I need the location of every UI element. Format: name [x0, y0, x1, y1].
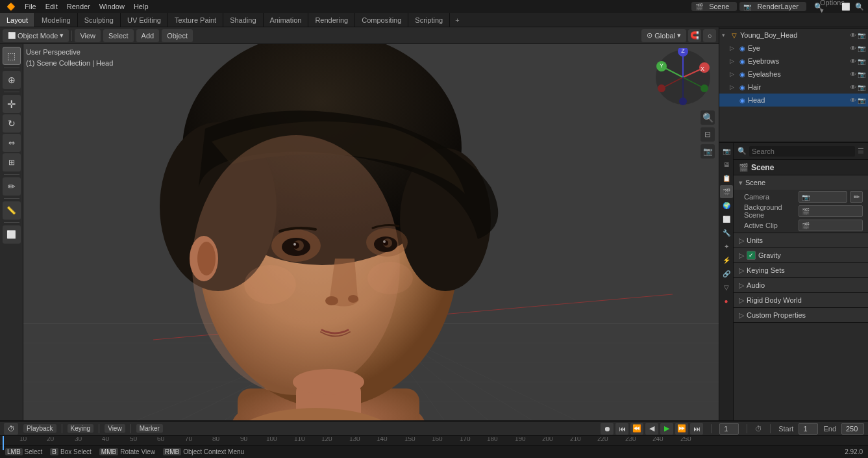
blender-logo[interactable]: 🔶 [3, 1, 19, 12]
prop-tab-object[interactable]: ⬜ [720, 212, 733, 225]
tab-texture-paint[interactable]: Texture Paint [168, 13, 223, 27]
prop-tab-particles[interactable]: ✦ [720, 240, 733, 253]
next-keyframe-btn[interactable]: ⏩ [675, 423, 688, 435]
tab-rendering[interactable]: Rendering [308, 13, 355, 27]
add-workspace-btn[interactable]: + [450, 13, 464, 27]
prop-tab-material[interactable]: ● [720, 294, 733, 307]
play-reverse-btn[interactable]: ◀ [645, 423, 658, 435]
outliner-item-young-boy-head[interactable]: ▾ ▽ Young_Boy_Head 👁 📷 [719, 29, 868, 42]
timeline-marker-menu[interactable]: Marker [136, 424, 163, 433]
zoom-in-btn[interactable]: 🔍 [701, 110, 715, 125]
outliner-scroll[interactable]: ▾ ▽ Young_Boy_Head 👁 📷 ▷ ◉ Eye 👁 📷 [719, 29, 868, 107]
eye-vis-icon[interactable]: 👁 [850, 45, 856, 52]
select-menu[interactable]: Select [103, 29, 134, 42]
tool-rotate[interactable]: ↻ [3, 114, 21, 133]
jump-to-end-btn[interactable]: ⏭ [690, 423, 703, 435]
prop-tab-data[interactable]: ▽ [720, 281, 733, 294]
outliner-item-eyelashes[interactable]: ▷ ◉ Eyelashes 👁 📷 [719, 68, 868, 81]
lash-render-icon[interactable]: 📷 [858, 71, 865, 78]
tool-measure[interactable]: 📏 [3, 201, 21, 220]
object-mode-dropdown[interactable]: ⬜ Object Mode ▾ [3, 29, 69, 42]
prop-tab-render[interactable]: 📷 [720, 144, 733, 157]
visibility-icon[interactable]: 👁 [850, 32, 856, 39]
outliner-item-eye[interactable]: ▷ ◉ Eye 👁 📷 [719, 42, 868, 55]
tab-scripting[interactable]: Scripting [408, 13, 450, 27]
prop-tab-constraints[interactable]: 🔗 [720, 267, 733, 280]
jump-to-start-btn[interactable]: ⏮ [615, 423, 628, 435]
menu-help[interactable]: Help [130, 1, 153, 12]
object-menu[interactable]: Object [162, 29, 193, 42]
prop-menu-icon[interactable]: ☰ [858, 147, 864, 155]
search-icon[interactable]: 🔍 [854, 1, 865, 12]
snap-toggle[interactable]: 🧲 [688, 29, 701, 42]
lash-vis-icon[interactable]: 👁 [850, 71, 856, 78]
menu-edit[interactable]: Edit [42, 1, 62, 12]
timeline-playback-menu[interactable]: Playback [23, 424, 56, 433]
add-menu[interactable]: Add [136, 29, 160, 42]
pivot-point-dropdown[interactable]: ⊙ Global ▾ [641, 29, 686, 42]
brow-vis-icon[interactable]: 👁 [850, 58, 856, 65]
custom-props-toggle[interactable]: ▷ Custom Properties [734, 308, 868, 322]
tab-compositing[interactable]: Compositing [355, 13, 408, 27]
tool-select-box[interactable]: ⬚ [3, 47, 21, 65]
timeline-view-menu[interactable]: View [105, 424, 125, 433]
tab-shading[interactable]: Shading [223, 13, 263, 27]
view-menu[interactable]: View [75, 29, 101, 42]
tool-annotate[interactable]: ✏ [3, 177, 21, 196]
tab-sculpting[interactable]: Sculpting [78, 13, 121, 27]
camera-eyedropper[interactable]: ✏ [850, 191, 863, 203]
zoom-out-btn[interactable]: ⊟ [701, 127, 715, 142]
tab-animation[interactable]: Animation [264, 13, 309, 27]
fullscreen-icon[interactable]: ⬜ [840, 1, 852, 12]
outliner-item-head[interactable]: ◉ Head 👁 📷 [719, 94, 868, 107]
gravity-checkbox[interactable]: ✓ [747, 251, 756, 260]
tool-scale[interactable]: ⇔ [3, 134, 21, 152]
tab-modeling[interactable]: Modeling [35, 13, 78, 27]
outliner-item-hair[interactable]: ▷ ◉ Hair 👁 📷 [719, 81, 868, 94]
scene-section-toggle[interactable]: ▾ Scene [734, 175, 868, 190]
play-btn[interactable]: ▶ [660, 423, 673, 435]
current-frame-input[interactable]: 1 [719, 423, 739, 435]
head-render-icon[interactable]: 📷 [858, 97, 865, 104]
active-clip-field[interactable]: 🎬 [799, 220, 863, 231]
prop-tab-scene[interactable]: 🎬 [720, 185, 733, 198]
eye-render-icon[interactable]: 📷 [858, 45, 865, 52]
prop-tab-view-layer[interactable]: 📋 [720, 172, 733, 184]
3d-viewport[interactable]: User Perspective (1) Scene Collection | … [23, 44, 719, 420]
prev-keyframe-btn[interactable]: ⏪ [630, 423, 643, 435]
play-btn-record[interactable]: ⏺ [601, 423, 614, 435]
tab-uv-editing[interactable]: UV Editing [121, 13, 168, 27]
navigation-gizmo[interactable]: X Y Z [654, 48, 712, 107]
tab-layout[interactable]: Layout [0, 13, 35, 27]
options-btn[interactable]: Options ▾ [826, 1, 838, 12]
hair-vis-icon[interactable]: 👁 [850, 84, 856, 91]
audio-toggle[interactable]: ▷ Audio [734, 278, 868, 292]
units-section-toggle[interactable]: ▷ Units [734, 233, 868, 248]
timeline-keying-menu[interactable]: Keying [68, 424, 94, 433]
gravity-section-toggle[interactable]: ▷ ✓ Gravity [734, 248, 868, 262]
hair-render-icon[interactable]: 📷 [858, 84, 865, 91]
proportional-editing[interactable]: ○ [703, 29, 716, 42]
brow-render-icon[interactable]: 📷 [858, 58, 865, 65]
prop-tab-modifier[interactable]: 🔧 [720, 226, 733, 239]
prop-tab-output[interactable]: 🖥 [720, 158, 733, 171]
prop-tab-world[interactable]: 🌍 [720, 199, 733, 212]
bg-scene-field[interactable]: 🎬 [799, 205, 863, 217]
tool-move[interactable]: ✛ [3, 95, 21, 113]
start-frame-input[interactable]: 1 [799, 423, 818, 435]
menu-window[interactable]: Window [95, 1, 129, 12]
end-frame-input[interactable]: 250 [841, 423, 864, 435]
properties-search[interactable] [749, 146, 855, 157]
camera-field[interactable]: 📷 [799, 191, 847, 203]
tool-transform[interactable]: ⊞ [3, 153, 21, 172]
render-icon[interactable]: 📷 [858, 32, 865, 39]
menu-file[interactable]: File [21, 1, 40, 12]
tool-cursor[interactable]: ⊕ [3, 71, 21, 89]
head-vis-icon[interactable]: 👁 [850, 97, 856, 104]
camera-view-btn[interactable]: 📷 [701, 144, 715, 159]
keying-sets-toggle[interactable]: ▷ Keying Sets [734, 263, 868, 277]
menu-render[interactable]: Render [63, 1, 94, 12]
playhead[interactable] [3, 436, 4, 450]
timing-icon[interactable]: ⏱ [755, 425, 762, 433]
tool-add-primitive[interactable]: ⬜ [3, 225, 21, 244]
